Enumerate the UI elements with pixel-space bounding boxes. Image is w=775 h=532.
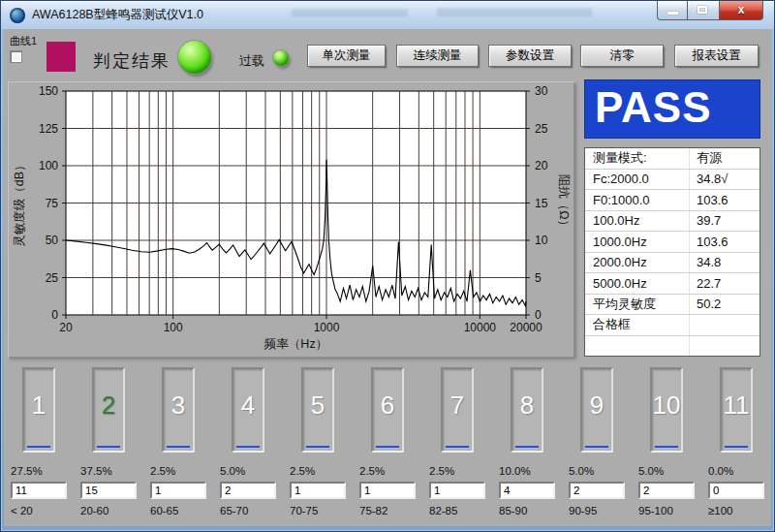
x-tick-label: 100 — [164, 321, 183, 334]
measurement-table: 测量模式:有源 Fc:2000.034.8√ F0:1000.0103.6 10… — [584, 147, 760, 357]
app-icon — [10, 8, 25, 23]
bin-slider[interactable]: 3 — [162, 367, 195, 453]
bin-count-input[interactable] — [359, 482, 416, 499]
clear-button[interactable]: 清零 — [580, 45, 664, 67]
minimize-button[interactable] — [657, 1, 688, 20]
table-row: 100.0Hz39.7 — [585, 211, 760, 233]
frequency-response-chart: 2010010001000020000025507510012515005101… — [8, 81, 574, 358]
bin-column: 4 5.0% 65-70 — [213, 364, 283, 526]
bin-slider[interactable]: 7 — [441, 367, 474, 453]
bin-slider[interactable]: 6 — [371, 367, 404, 453]
y-right-tick-label: 10 — [535, 234, 548, 247]
bin-slider[interactable]: 8 — [511, 367, 543, 453]
bin-range-label: 95-100 — [638, 505, 673, 516]
y-right-axis-title: 阻抗（Ω） — [557, 174, 571, 232]
curve1-label: 曲线1 — [10, 34, 37, 48]
bin-slider-indicator — [97, 446, 120, 448]
client-area: 曲线1 判定结果 过载 单次测量 连续测量 参数设置 清零 报表设置 20100… — [4, 29, 771, 526]
bin-slider-indicator — [376, 446, 399, 448]
bin-range-label: 70-75 — [290, 505, 318, 516]
bin-range-label: ≥100 — [708, 505, 733, 516]
maximize-icon — [698, 6, 707, 14]
y-left-tick-label: 0 — [51, 308, 58, 322]
bin-slider[interactable]: 2 — [92, 367, 125, 453]
bin-column: 1 27.5% < 20 — [4, 364, 74, 526]
table-row: 测量模式:有源 — [585, 148, 760, 170]
bin-column: 6 2.5% 75-82 — [353, 364, 422, 526]
bin-slider-indicator — [27, 446, 50, 448]
curve1-checkbox[interactable] — [10, 50, 22, 63]
bin-slider[interactable]: 11 — [720, 367, 753, 453]
bin-range-label: 90-95 — [569, 505, 597, 516]
bin-column: 8 10.0% 85-90 — [492, 364, 562, 526]
judge-result-label: 判定结果 — [93, 49, 170, 73]
bin-percent: 2.5% — [150, 465, 175, 477]
y-right-tick-label: 30 — [535, 84, 548, 98]
bin-slider-indicator — [585, 446, 608, 448]
bin-range-label: 85-90 — [499, 505, 527, 516]
bin-count-input[interactable] — [220, 482, 276, 499]
minimize-icon — [667, 12, 678, 15]
titlebar[interactable]: AWA6128B型蜂鸣器测试仪V1.0 x — [1, 1, 774, 29]
bin-count-input[interactable] — [569, 482, 625, 499]
bin-number: 8 — [512, 391, 542, 421]
maximize-button[interactable] — [688, 1, 719, 20]
bin-count-input[interactable] — [638, 482, 695, 499]
table-row: F0:1000.0103.6 — [585, 190, 760, 211]
bin-number: 6 — [373, 391, 402, 421]
titlebar-glass-smudge — [292, 9, 408, 16]
bin-count-input[interactable] — [80, 482, 137, 499]
single-measure-button[interactable]: 单次测量 — [307, 45, 386, 67]
bin-slider[interactable]: 10 — [650, 367, 683, 453]
overload-led — [273, 50, 289, 66]
parameter-settings-button[interactable]: 参数设置 — [488, 45, 572, 67]
bin-count-input[interactable] — [11, 482, 67, 499]
bin-count-input[interactable] — [290, 482, 346, 499]
bin-percent: 2.5% — [290, 465, 315, 477]
bin-number: 2 — [94, 391, 123, 421]
bin-count-input[interactable] — [708, 482, 764, 499]
y-right-tick-label: 20 — [535, 159, 548, 172]
bin-column: 11 0.0% ≥100 — [701, 364, 771, 526]
bin-percent: 5.0% — [220, 465, 245, 477]
y-left-tick-label: 25 — [46, 271, 59, 285]
bin-number: 5 — [303, 391, 332, 421]
bin-count-input[interactable] — [429, 482, 485, 499]
bin-column: 3 2.5% 60-65 — [143, 364, 213, 526]
report-settings-button[interactable]: 报表设置 — [674, 45, 759, 67]
y-right-tick-label: 5 — [535, 271, 542, 285]
bin-column: 9 5.0% 90-95 — [562, 364, 632, 526]
bin-slider-indicator — [515, 446, 539, 448]
x-tick-label: 10000 — [464, 321, 497, 334]
bin-percent: 2.5% — [359, 465, 385, 477]
bin-number: 9 — [582, 391, 611, 421]
bin-number: 10 — [652, 391, 681, 421]
judge-result-led — [178, 41, 211, 74]
bin-percent: 0.0% — [708, 465, 733, 477]
table-row: 平均灵敏度50.2 — [585, 295, 760, 316]
bin-percent: 2.5% — [429, 465, 454, 477]
close-button[interactable]: x — [719, 1, 763, 20]
overload-label: 过载 — [239, 52, 264, 70]
bin-slider[interactable]: 5 — [301, 367, 334, 453]
bin-slider[interactable]: 4 — [232, 367, 264, 453]
app-window: AWA6128B型蜂鸣器测试仪V1.0 x 曲线1 判定结果 过载 单次测量 连… — [0, 0, 775, 532]
table-row: 2000.0Hz34.8 — [585, 253, 760, 274]
bin-slider[interactable]: 9 — [580, 367, 613, 453]
y-left-tick-label: 100 — [39, 159, 58, 172]
bin-count-input[interactable] — [499, 482, 555, 499]
continuous-measure-button[interactable]: 连续测量 — [396, 45, 479, 67]
bin-slider[interactable]: 1 — [22, 367, 55, 453]
bin-number: 1 — [24, 391, 53, 421]
table-row: 合格框 — [585, 315, 760, 336]
y-left-tick-label: 75 — [46, 197, 59, 210]
curve1-color-swatch[interactable] — [46, 42, 76, 72]
table-row: 1000.0Hz103.6 — [585, 232, 760, 253]
bin-slider-indicator — [725, 446, 748, 448]
x-tick-label: 20 — [59, 321, 73, 334]
bin-slider-indicator — [446, 446, 469, 448]
bin-percent: 27.5% — [11, 465, 43, 477]
bin-count-input[interactable] — [150, 482, 206, 499]
y-right-tick-label: 0 — [535, 308, 542, 322]
bin-slider-indicator — [306, 446, 329, 448]
